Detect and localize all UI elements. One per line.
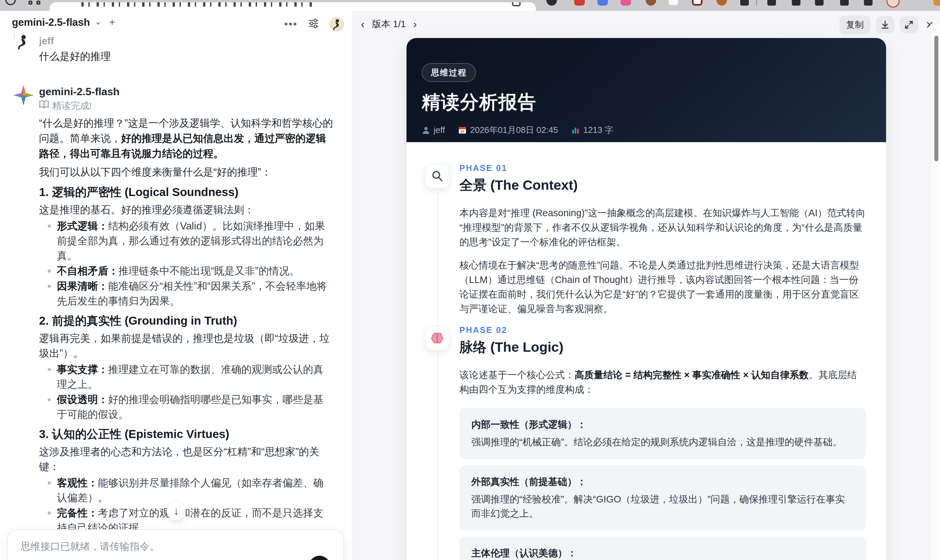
browser-top-strip [0, 0, 940, 11]
prev-version-button[interactable]: ‹ [361, 17, 365, 31]
scrollbar-thumb[interactable] [934, 36, 938, 162]
toolbar-icon[interactable] [767, 0, 776, 6]
assistant-lead: 我们可以从以下四个维度来衡量什么是“好的推理”： [39, 165, 333, 180]
extension-icon[interactable] [646, 0, 656, 6]
toolbar-icon[interactable] [815, 0, 824, 6]
assistant-paragraph: “什么是好的推理？”这是一个涉及逻辑学、认知科学和哲学核心的问题。简单来说，好的… [39, 116, 333, 162]
logic-card-3: 主体伦理（认识美德）： 转向推理者的心理特征。引入奥卡姆剃刀和反向论证，旨在克服… [459, 537, 866, 560]
toolbar-icon[interactable] [864, 0, 872, 6]
logic-card-title: 主体伦理（认识美德）： [472, 546, 854, 560]
logic-card-text: 强调推理的“机械正确”。结论必须在给定的规则系统内逻辑自洽，这是推理的硬件基础。 [472, 435, 854, 449]
toolbar-icon[interactable] [840, 0, 849, 6]
browser-profile-avatar[interactable] [886, 0, 900, 8]
list-item: 因果清晰：能准确区分“相关性”和“因果关系”，不会轻率地将先后发生的事情归为因果… [39, 278, 333, 308]
scroll-to-bottom-button[interactable]: ↓ [167, 502, 186, 521]
phase-lead: 该论述基于一个核心公式：高质量结论 = 结构完整性 × 事实准确性 × 认知自律… [459, 368, 866, 397]
browser-grid-icon[interactable] [28, 0, 40, 5]
phase-paragraph: 核心情境在于解决“思考的随意性”问题。不论是人类通过批判性思维进行决策，还是大语… [459, 258, 866, 316]
panel-scrollbar[interactable] [930, 24, 940, 560]
gemini-sparkle-icon [13, 85, 34, 105]
browser-tab-title-clipped [82, 2, 313, 7]
author-meta: jeff [422, 125, 445, 135]
next-version-button[interactable]: › [413, 17, 417, 31]
toolbar-icon[interactable] [740, 0, 749, 6]
expand-button[interactable] [900, 16, 918, 33]
new-chat-button[interactable]: + [109, 16, 116, 28]
logic-card-list: 内部一致性（形式逻辑）： 强调推理的“机械正确”。结论必须在给定的规则系统内逻辑… [459, 408, 866, 560]
extension-icon[interactable] [546, 0, 557, 6]
voice-input-button[interactable] [309, 556, 330, 560]
more-options-button[interactable]: ••• [284, 18, 298, 30]
chat-thread: jeff 什么是好的推理 gemini-2.5-flash 精读完成! “什么是… [39, 35, 333, 560]
logic-card-2: 外部真实性（前提基础）： 强调推理的“经验校准”。解决“GIGO（垃圾进，垃圾出… [459, 465, 866, 531]
download-button[interactable] [876, 16, 894, 33]
calendar-icon: 17 [458, 126, 467, 135]
chat-panel: gemini-2.5-flash ⌄ + ••• jeff [0, 11, 352, 560]
section-intro: 这是推理的基石。好的推理必须遵循逻辑法则： [39, 202, 333, 217]
browser-tab-icon [512, 2, 521, 6]
phase-label: PHASE 01 [459, 163, 866, 173]
report-header: 思维过程 精读分析报告 jeff 17 2026年01月08日 02:45 12… [407, 38, 886, 142]
user-avatar[interactable] [330, 17, 344, 31]
extension-icon[interactable] [621, 0, 631, 6]
phase-paragraph: 本内容是对“推理 (Reasoning)”这一抽象概念的高层建模。在知识爆炸与人… [459, 206, 866, 249]
logic-card-title: 内部一致性（形式逻辑）： [472, 418, 854, 431]
version-navigator: ‹ 版本 1/1 › [361, 17, 417, 31]
settings-sliders-icon[interactable] [308, 17, 319, 31]
bullet-list: 事实支撑：推理建立在可靠的数据、准确的观测或公认的真理之上。 假设透明：好的推理… [39, 362, 333, 422]
section-intro: 逻辑再完美，如果前提是错误的，推理也是垃圾（即“垃圾进，垃圾出”）。 [39, 331, 333, 361]
chevron-down-icon[interactable]: ⌄ [95, 17, 102, 27]
phase-02: PHASE 02 脉络 (The Logic) 该论述基于一个核心公式：高质量结… [425, 325, 866, 560]
logic-card-title: 外部真实性（前提基础）： [472, 475, 854, 488]
section-intro: 这涉及推理者的心态和方法论，也是区分“杠精”和“思想家”的关键： [39, 444, 333, 474]
list-item: 客观性：能够识别并尽量排除个人偏见（如幸存者偏差、确认偏差）。 [39, 475, 333, 505]
toolbar-divider [756, 0, 757, 5]
assistant-name: gemini-2.5-flash [39, 86, 333, 97]
svg-text:17: 17 [461, 130, 464, 133]
toolbar-icon[interactable] [792, 0, 800, 6]
brain-icon [425, 326, 450, 351]
phase-label: PHASE 02 [459, 325, 866, 335]
assistant-status: 精读完成! [39, 100, 333, 111]
extension-icon[interactable] [574, 0, 585, 6]
chat-title[interactable]: gemini-2.5-flash [12, 17, 90, 28]
extension-icon[interactable] [597, 0, 608, 6]
extension-icon[interactable] [933, 0, 940, 6]
report-title: 精读分析报告 [422, 90, 871, 115]
report-meta: jeff 17 2026年01月08日 02:45 1213 字 [422, 124, 871, 136]
version-label: 版本 1/1 [372, 18, 406, 31]
chat-header: gemini-2.5-flash ⌄ + ••• [12, 16, 345, 33]
section-heading-1: 1. 逻辑的严密性 (Logical Soundness) [39, 185, 333, 199]
book-icon [39, 100, 49, 111]
list-item: 事实支撑：推理建立在可靠的数据、准确的观测或公认的真理之上。 [39, 362, 333, 392]
artifact-panel: ‹ 版本 1/1 › 复制 × 思维过程 精读分析报告 [352, 11, 940, 560]
date-meta: 17 2026年01月08日 02:45 [458, 124, 558, 136]
artifact-toolbar: ‹ 版本 1/1 › 复制 × [361, 15, 936, 33]
extension-icon[interactable] [692, 0, 703, 6]
extension-icon[interactable] [668, 0, 679, 6]
extension-icon[interactable] [717, 0, 727, 6]
user-name: jeff [39, 35, 333, 47]
copy-button[interactable]: 复制 [840, 15, 871, 34]
phase-01: PHASE 01 全景 (The Context) 本内容是对“推理 (Reas… [425, 163, 866, 316]
logic-card-text: 强调推理的“经验校准”。解决“GIGO（垃圾进，垃圾出）”问题，确保推理引擎运行… [472, 492, 854, 521]
phase-title: 全景 (The Context) [459, 176, 866, 194]
list-item: 不自相矛盾：推理链条中不能出现“既是又非”的情况。 [39, 263, 333, 278]
phase-title: 脉络 (The Logic) [459, 338, 866, 356]
composer-placeholder[interactable]: 思维接口已就绪，请传输指令。 [20, 540, 159, 553]
logic-card-1: 内部一致性（形式逻辑）： 强调推理的“机械正确”。结论必须在给定的规则系统内逻辑… [459, 408, 866, 459]
section-heading-2: 2. 前提的真实性 (Grounding in Truth) [39, 314, 333, 328]
report-card: 思维过程 精读分析报告 jeff 17 2026年01月08日 02:45 12… [407, 38, 886, 560]
browser-tab[interactable] [49, 2, 536, 11]
browser-nav-icon[interactable] [5, 0, 16, 5]
bullet-list: 形式逻辑：结构必须有效（Valid）。比如演绎推理中，如果前提全部为真，那么通过… [39, 218, 333, 308]
message-composer[interactable]: 思维接口已就绪，请传输指令。 + [7, 529, 344, 560]
user-message: 什么是好的推理 [39, 50, 333, 63]
list-item: 形式逻辑：结构必须有效（Valid）。比如演绎推理中，如果前提全部为真，那么通过… [39, 218, 333, 263]
list-item: 假设透明：好的推理会明确指明哪些是已知事实，哪些是基于可能的假设。 [39, 392, 333, 422]
report-body: PHASE 01 全景 (The Context) 本内容是对“推理 (Reas… [407, 142, 886, 560]
message-avatar [14, 33, 33, 52]
bar-chart-icon [571, 126, 580, 135]
wordcount-meta: 1213 字 [571, 124, 613, 136]
person-icon [422, 126, 430, 135]
